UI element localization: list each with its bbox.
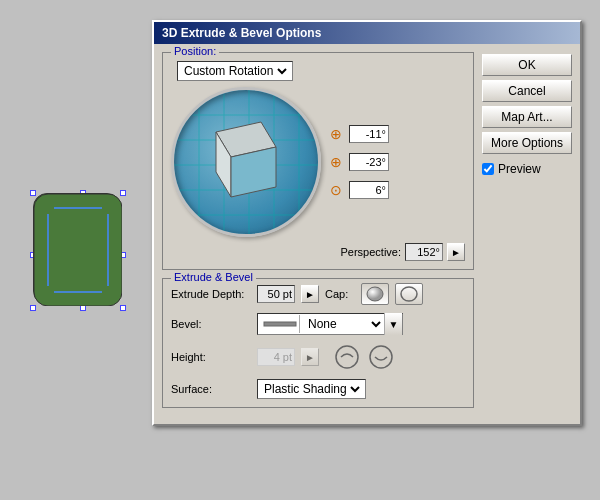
height-label: Height:: [171, 351, 251, 363]
3d-preview: [171, 87, 321, 237]
position-row: Custom Rotation: [171, 61, 465, 81]
position-select[interactable]: Custom Rotation: [180, 63, 290, 79]
rotation-y-input[interactable]: [349, 153, 389, 171]
cube-svg: [196, 112, 296, 212]
preview-section: ⊕ ⊕ ⊙: [171, 87, 465, 237]
height-arrow-btn: ►: [301, 348, 319, 366]
rotate-z-icon: ⊙: [327, 181, 345, 199]
canvas-area: [0, 0, 155, 500]
ok-button[interactable]: OK: [482, 54, 572, 76]
dialog-title: 3D Extrude & Bevel Options: [162, 26, 321, 40]
bevel-inward-icon[interactable]: [333, 343, 361, 371]
svg-rect-21: [264, 322, 296, 326]
extrude-depth-label: Extrude Depth:: [171, 288, 251, 300]
rot-row-y: ⊕: [327, 153, 389, 171]
rotate-x-icon: ⊕: [327, 125, 345, 143]
cap-filled-icon: [365, 285, 385, 303]
perspective-input[interactable]: [405, 243, 443, 261]
cap-open-icon: [399, 285, 419, 303]
surface-dropdown[interactable]: Plastic Shading: [257, 379, 366, 399]
cap-filled-button[interactable]: [361, 283, 389, 305]
rotate-y-icon: ⊕: [327, 153, 345, 171]
bevel-dropdown-arrow[interactable]: ▼: [384, 313, 402, 335]
preview-label: Preview: [498, 162, 541, 176]
surface-row: Surface: Plastic Shading: [171, 379, 465, 399]
left-section: Position: Custom Rotation: [162, 52, 474, 416]
right-buttons: OK Cancel Map Art... More Options Previe…: [482, 52, 572, 416]
bevel-select[interactable]: None: [304, 316, 384, 332]
svg-rect-1: [34, 194, 122, 306]
extrude-depth-row: Extrude Depth: ► Cap:: [171, 283, 465, 305]
bevel-label: Bevel:: [171, 318, 251, 330]
rot-row-z: ⊙: [327, 181, 389, 199]
rotation-z-input[interactable]: [349, 181, 389, 199]
svg-point-20: [401, 287, 417, 301]
surface-select[interactable]: Plastic Shading: [260, 381, 363, 397]
shape-container: [33, 193, 123, 308]
svg-point-19: [367, 287, 383, 301]
extrude-bevel-section: Extrude & Bevel Extrude Depth: ► Cap:: [162, 278, 474, 408]
shape-svg: [34, 194, 122, 306]
preview-checkbox[interactable]: [482, 163, 494, 175]
more-options-button[interactable]: More Options: [482, 132, 572, 154]
dialog-titlebar: 3D Extrude & Bevel Options: [154, 22, 580, 44]
bevel-preview-icon: [260, 315, 300, 333]
position-section-label: Position:: [171, 45, 219, 57]
perspective-arrow-btn[interactable]: ►: [447, 243, 465, 261]
extrude-depth-arrow[interactable]: ►: [301, 285, 319, 303]
bevel-select-wrap: None ▼: [257, 313, 403, 335]
dialog-body: Position: Custom Rotation: [154, 44, 580, 424]
extrude-bevel-label: Extrude & Bevel: [171, 271, 256, 283]
main-content: Position: Custom Rotation: [162, 52, 572, 416]
height-row: Height: ►: [171, 343, 465, 371]
dialog: 3D Extrude & Bevel Options Position: Cus…: [152, 20, 582, 426]
rotation-x-input[interactable]: [349, 125, 389, 143]
preview-check-row: Preview: [482, 162, 572, 176]
surface-label: Surface:: [171, 383, 251, 395]
cap-open-button[interactable]: [395, 283, 423, 305]
bevel-shape-svg: [262, 316, 298, 332]
perspective-row: Perspective: ►: [171, 243, 465, 261]
svg-point-22: [336, 346, 358, 368]
cancel-button[interactable]: Cancel: [482, 80, 572, 102]
height-input: [257, 348, 295, 366]
perspective-label: Perspective:: [340, 246, 401, 258]
map-art-button[interactable]: Map Art...: [482, 106, 572, 128]
cap-label: Cap:: [325, 288, 355, 300]
position-section: Position: Custom Rotation: [162, 52, 474, 270]
canvas-shape: [33, 193, 121, 305]
rotation-controls: ⊕ ⊕ ⊙: [327, 87, 389, 237]
bevel-row: Bevel: None ▼: [171, 313, 465, 335]
position-dropdown[interactable]: Custom Rotation: [177, 61, 293, 81]
bevel-outward-icon[interactable]: [367, 343, 395, 371]
svg-point-23: [370, 346, 392, 368]
rot-row-x: ⊕: [327, 125, 389, 143]
extrude-depth-input[interactable]: [257, 285, 295, 303]
